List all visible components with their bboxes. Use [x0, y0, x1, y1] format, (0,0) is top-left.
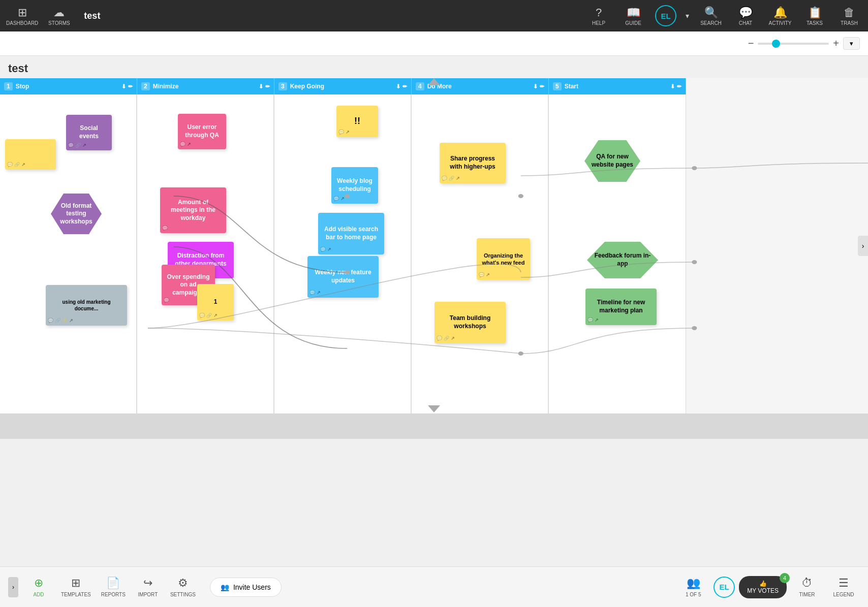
nav-right: ? HELP 📖 GUIDE EL ▾ 🔍 SEARCH 💬 CHAT 🔔 AC…	[586, 5, 862, 26]
invite-users-button[interactable]: 👥 Invite Users	[210, 578, 282, 597]
bottom-add[interactable]: ⊕ ADD	[22, 574, 55, 599]
sticky-feedback-forum[interactable]: Feedback forum in-app	[587, 242, 658, 278]
col-header-5: 5 Start ⬇ ✏	[549, 78, 686, 94]
sticky-weekly-blog[interactable]: Weekly blog scheduling 💬↗	[331, 167, 378, 204]
nav-trash[interactable]: 🗑 TRASH	[836, 6, 862, 26]
sticky-share-progress[interactable]: Share progress with higher-ups 💬🔗↗	[440, 143, 506, 183]
col-header-1: 1 Stop ⬇ ✏	[0, 78, 137, 94]
col-num-4: 4	[416, 82, 424, 90]
bottom-settings[interactable]: ⚙ SETTINGS	[166, 574, 200, 599]
timer-icon: ⏱	[801, 577, 813, 590]
svg-point-6	[692, 326, 697, 330]
col4-icon-edit[interactable]: ✏	[540, 83, 544, 90]
nav-help[interactable]: ? HELP	[586, 6, 611, 26]
help-icon: ?	[596, 6, 602, 19]
col5-icon-edit[interactable]: ✏	[677, 83, 681, 90]
sticky-search-bar[interactable]: Add visible search bar to home page 💬↗	[318, 213, 384, 254]
col-header-1-icons: ⬇ ✏	[121, 83, 133, 90]
col-divider-4	[548, 94, 548, 413]
chat-icon: 💬	[739, 6, 753, 19]
zoom-in-button[interactable]: +	[833, 38, 839, 49]
bottom-import[interactable]: ↪ IMPORT	[132, 574, 164, 599]
col-lane-4: Share progress with higher-ups 💬🔗↗ Organ…	[412, 94, 549, 413]
legend-icon: ☰	[839, 577, 849, 590]
gray-band	[0, 413, 868, 439]
board-right-arrow[interactable]: ›	[858, 236, 868, 256]
top-nav: ⊞ DASHBOARD ☁ STORMS test ? HELP 📖 GUIDE…	[0, 0, 868, 31]
zoom-bar: − + ▾	[0, 31, 868, 56]
sidebar-toggle[interactable]: ›	[8, 577, 18, 597]
board-canvas: Social events 💬🔗↗ 💬🔗↗ Old format testing…	[0, 94, 868, 413]
nav-chat[interactable]: 💬 CHAT	[733, 6, 758, 26]
col-lane-3: !! 💬↗ Weekly blog scheduling 💬↗ Add visi…	[274, 94, 412, 413]
page-title: test	[0, 56, 868, 78]
col-divider-1	[136, 94, 137, 413]
col4-icon-download[interactable]: ⬇	[533, 83, 538, 90]
add-icon: ⊕	[34, 577, 43, 590]
trash-icon: 🗑	[844, 6, 855, 19]
bottom-pager[interactable]: 👥 1 OF 5	[677, 574, 709, 599]
zoom-slider[interactable]	[758, 43, 829, 45]
sticky-exclamation[interactable]: !! 💬↗	[336, 106, 378, 137]
sticky-social-events[interactable]: Social events 💬🔗↗	[66, 115, 112, 150]
sidebar-toggle-icon: ›	[12, 584, 14, 591]
sticky-old-format[interactable]: Old format testing workshops	[51, 194, 102, 234]
bottom-templates[interactable]: ⊞ TEMPLATES	[57, 574, 95, 599]
col-num-2: 2	[141, 82, 150, 90]
avatar-chevron[interactable]: ▾	[686, 12, 689, 20]
nav-tasks[interactable]: 📋 TASKS	[802, 6, 827, 26]
col-num-3: 3	[278, 82, 287, 90]
sticky-meetings[interactable]: Amount of meetings in the workday 💬	[160, 187, 226, 233]
col5-icon-download[interactable]: ⬇	[670, 83, 675, 90]
bottom-reports[interactable]: 📄 REPORTS	[97, 574, 130, 599]
nav-guide[interactable]: 📖 GUIDE	[621, 6, 646, 26]
col-icon-download[interactable]: ⬇	[121, 83, 126, 90]
col3-icon-download[interactable]: ⬇	[396, 83, 400, 90]
votes-container: 👍 MY VOTES 4	[739, 576, 787, 598]
sticky-user-error[interactable]: User error through QA 💬↗	[178, 114, 226, 149]
storms-icon: ☁	[53, 6, 65, 19]
bottom-bar: › ⊕ ADD ⊞ TEMPLATES 📄 REPORTS ↪ IMPORT ⚙…	[0, 566, 868, 607]
user-avatar[interactable]: EL	[655, 5, 676, 26]
zoom-out-button[interactable]: −	[748, 38, 754, 49]
sticky-weekly-updates[interactable]: Weekly new feature updates 💬↗	[307, 256, 379, 298]
col-lane-5: QA for new website pages 💬↗ Feedback for…	[549, 94, 686, 413]
col-lane-2: User error through QA 💬↗ Amount of meeti…	[137, 94, 274, 413]
col-divider-2	[273, 94, 274, 413]
sticky-old-marketing-doc[interactable]: using old marketing docume... 💬🔗⚡↗	[46, 285, 127, 326]
col2-icon-edit[interactable]: ✏	[265, 83, 270, 90]
sticky-timeline[interactable]: Timeline for new marketing plan 💬↗	[585, 289, 657, 325]
search-icon: 🔍	[704, 6, 718, 19]
col-icon-edit[interactable]: ✏	[128, 83, 133, 90]
bottom-legend[interactable]: ☰ LEGEND	[827, 574, 860, 599]
col3-icon-edit[interactable]: ✏	[402, 83, 407, 90]
nav-storms[interactable]: ☁ STORMS	[46, 6, 72, 26]
sticky-organizing[interactable]: Organizing the what's new feed 💬↗	[477, 238, 530, 280]
activity-icon: 🔔	[773, 6, 787, 19]
nav-dashboard[interactable]: ⊞ DASHBOARD	[6, 6, 38, 26]
col-header-3: 3 Keep Going ⬇ ✏	[274, 78, 412, 94]
sticky-empty-yellow[interactable]: 💬🔗↗	[5, 139, 56, 170]
votes-icon: 👍	[759, 580, 767, 587]
bottom-timer[interactable]: ⏱ TIMER	[791, 574, 823, 599]
zoom-dropdown[interactable]: ▾	[843, 37, 860, 50]
zoom-thumb	[772, 40, 780, 48]
svg-point-4	[692, 166, 697, 170]
svg-point-5	[692, 260, 697, 264]
bottom-right: 👥 1 OF 5 EL 👍 MY VOTES 4 ⏱ TIMER ☰ LEGEN…	[677, 574, 860, 599]
nav-activity[interactable]: 🔔 ACTIVITY	[767, 6, 793, 26]
pager-icon: 👥	[687, 577, 700, 590]
sticky-number-1[interactable]: 1 💬🔗↗	[197, 284, 234, 321]
bottom-avatar[interactable]: EL	[714, 577, 735, 598]
templates-icon: ⊞	[71, 577, 80, 590]
import-icon: ↪	[143, 577, 152, 590]
sticky-qa-new-pages[interactable]: QA for new website pages 💬↗	[584, 140, 640, 182]
sticky-team-building[interactable]: Team building workshops 💬🔗↗	[435, 302, 506, 343]
col-header-2: 2 Minimize ⬇ ✏	[137, 78, 274, 94]
col2-icon-download[interactable]: ⬇	[259, 83, 263, 90]
votes-badge: 4	[780, 573, 790, 583]
col-lane-1: Social events 💬🔗↗ 💬🔗↗ Old format testing…	[0, 94, 137, 413]
reports-icon: 📄	[106, 577, 120, 590]
col-num-5: 5	[553, 82, 562, 90]
nav-search[interactable]: 🔍 SEARCH	[698, 6, 724, 26]
